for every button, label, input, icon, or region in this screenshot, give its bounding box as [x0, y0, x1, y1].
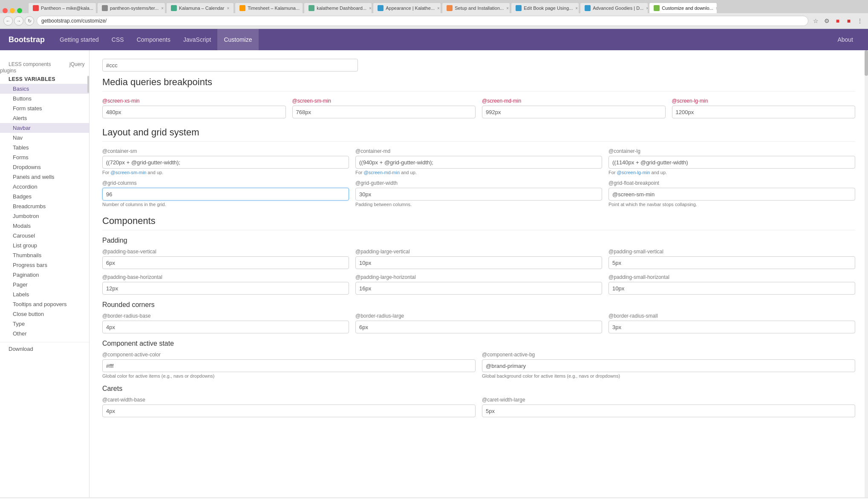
sidebar-item-forms[interactable]: Forms — [0, 152, 89, 162]
browser-tab[interactable]: pantheon-systems/ter... × — [97, 3, 165, 13]
field-label: @padding-small-vertical — [608, 249, 855, 255]
browser-tab[interactable]: Edit Book page Using... × — [511, 3, 579, 13]
back-button[interactable]: ← — [3, 16, 13, 26]
browser-tab[interactable]: Pantheon – mike@kala... × — [28, 3, 96, 13]
sidebar-item-breadcrumbs[interactable]: Breadcrumbs — [0, 201, 89, 211]
nav-item-javascript[interactable]: JavaScript — [177, 29, 217, 50]
components-section: Components Padding @padding-base-vertica… — [102, 215, 855, 417]
tab-close-btn[interactable]: × — [227, 6, 229, 11]
sidebar-item-other[interactable]: Other — [0, 329, 89, 338]
sidebar-item-dropdowns[interactable]: Dropdowns — [0, 162, 89, 172]
browser-tab[interactable]: Timesheet – Kalamuna... × — [235, 3, 303, 13]
field-hint: For @screen-sm-min and up. — [102, 170, 349, 175]
browser-tab-active[interactable]: Customize and downlo... × — [649, 3, 717, 13]
screen-lg-min-input[interactable] — [672, 106, 856, 118]
close-window-btn[interactable] — [3, 8, 8, 13]
sidebar-item-basics[interactable]: Basics — [0, 84, 89, 94]
padding-large-vertical-input[interactable] — [355, 256, 602, 269]
sidebar-item-alerts[interactable]: Alerts — [0, 113, 89, 123]
tab-close-btn[interactable]: × — [96, 6, 96, 11]
field-label: @padding-large-vertical — [355, 249, 602, 255]
sidebar-item-pager[interactable]: Pager — [0, 280, 89, 290]
border-radius-fields: @border-radius-base @border-radius-large… — [102, 313, 855, 333]
browser-tab[interactable]: Advanced Goodies | D... × — [580, 3, 648, 13]
sidebar-item-tooltips-and-popovers[interactable]: Tooltips and popovers — [0, 299, 89, 309]
browser-tab[interactable]: Appearance | Kalathe... × — [373, 3, 441, 13]
sidebar-item-thumbnails[interactable]: Thumbnails — [0, 250, 89, 260]
sidebar-item-badges[interactable]: Badges — [0, 192, 89, 201]
padding-small-horizontal-input[interactable] — [608, 282, 855, 295]
sidebar-item-list-group[interactable]: List group — [0, 241, 89, 250]
container-md-input[interactable] — [355, 156, 602, 169]
sidebar-download-link[interactable]: Download — [0, 344, 42, 354]
nav-item-css[interactable]: CSS — [105, 29, 130, 50]
screen-sm-min-input[interactable] — [292, 106, 476, 118]
sidebar-item-form-states[interactable]: Form states — [0, 103, 89, 113]
border-radius-small-input[interactable] — [608, 321, 855, 333]
tab-close-btn[interactable]: × — [506, 6, 509, 11]
grid-columns-input[interactable] — [102, 188, 349, 201]
screen-md-min-input[interactable] — [482, 106, 666, 118]
padding-base-horizontal-input[interactable] — [102, 282, 349, 295]
component-active-color-input[interactable] — [102, 359, 476, 372]
menu-button[interactable]: ■ — [844, 16, 854, 26]
sidebar-scrollbar-thumb[interactable] — [87, 76, 89, 93]
sidebar-item-close-button[interactable]: Close button — [0, 309, 89, 319]
sidebar-item-nav[interactable]: Nav — [0, 133, 89, 143]
nav-item-about[interactable]: About — [831, 29, 859, 50]
sidebar-item-panels-and-wells[interactable]: Panels and wells — [0, 172, 89, 182]
tab-close-btn[interactable]: × — [646, 6, 648, 11]
tab-favicon — [102, 5, 108, 11]
padding-large-horizontal-input[interactable] — [355, 282, 602, 295]
border-radius-base-input[interactable] — [102, 321, 349, 333]
sidebar-item-progress-bars[interactable]: Progress bars — [0, 260, 89, 270]
tab-close-btn[interactable]: × — [575, 6, 578, 11]
tab-close-btn[interactable]: × — [302, 6, 303, 11]
sidebar-item-labels[interactable]: Labels — [0, 290, 89, 299]
sidebar-item-tables[interactable]: Tables — [0, 143, 89, 152]
container-sm-input[interactable] — [102, 156, 349, 169]
url-bar[interactable] — [37, 16, 808, 26]
screen-xs-min-input[interactable] — [102, 106, 286, 118]
tab-close-btn[interactable]: × — [716, 6, 718, 11]
grid-float-breakpoint-input[interactable] — [608, 188, 855, 201]
caret-width-large-input[interactable] — [482, 404, 855, 417]
border-radius-large-input[interactable] — [355, 321, 602, 333]
sidebar-item-navbar[interactable]: Navbar — [0, 123, 89, 133]
reload-button[interactable]: ↻ — [25, 16, 34, 26]
maximize-window-btn[interactable] — [17, 8, 22, 13]
grid-gutter-width-input[interactable] — [355, 188, 602, 201]
minimize-window-btn[interactable] — [10, 8, 15, 13]
caret-width-base-input[interactable] — [102, 404, 476, 417]
overflow-button[interactable]: ⋮ — [855, 16, 865, 26]
forward-button[interactable]: → — [14, 16, 23, 26]
field-grid-columns: @grid-columns Number of columns in the g… — [102, 180, 349, 207]
tab-close-btn[interactable]: × — [161, 6, 164, 11]
sidebar-item-carousel[interactable]: Carousel — [0, 231, 89, 241]
sidebar-item-buttons[interactable]: Buttons — [0, 94, 89, 103]
nav-item-components[interactable]: Components — [130, 29, 177, 50]
content-scrollbar-thumb[interactable] — [865, 50, 868, 76]
sidebar-item-accordion[interactable]: Accordion — [0, 182, 89, 192]
browser-tab[interactable]: kalatheme Dashboard... × — [304, 3, 372, 13]
sidebar-item-modals[interactable]: Modals — [0, 221, 89, 231]
browser-tab[interactable]: Kalamuna – Calendar × — [166, 3, 234, 13]
extension-button[interactable]: ■ — [833, 16, 842, 26]
prev-input-field[interactable] — [102, 59, 358, 72]
navbar-brand[interactable]: Bootstrap — [9, 35, 45, 44]
tab-close-btn[interactable]: × — [437, 6, 440, 11]
sidebar-item-pagination[interactable]: Pagination — [0, 270, 89, 280]
tab-close-btn[interactable]: × — [369, 6, 372, 11]
sidebar-item-jumbotron[interactable]: Jumbotron — [0, 211, 89, 221]
nav-item-customize[interactable]: Customize — [217, 29, 258, 50]
container-lg-input[interactable] — [608, 156, 855, 169]
padding-small-vertical-input[interactable] — [608, 256, 855, 269]
nav-item-getting-started[interactable]: Getting started — [53, 29, 105, 50]
sidebar-item-type[interactable]: Type — [0, 319, 89, 329]
browser-tab[interactable]: Setup and Installation... × — [442, 3, 510, 13]
padding-base-vertical-input[interactable] — [102, 256, 349, 269]
bookmark-button[interactable]: ☆ — [811, 16, 820, 26]
settings-button[interactable]: ⚙ — [822, 16, 831, 26]
component-active-bg-input[interactable] — [482, 359, 855, 372]
navbar-nav: Getting started CSS Components JavaScrip… — [53, 29, 831, 50]
